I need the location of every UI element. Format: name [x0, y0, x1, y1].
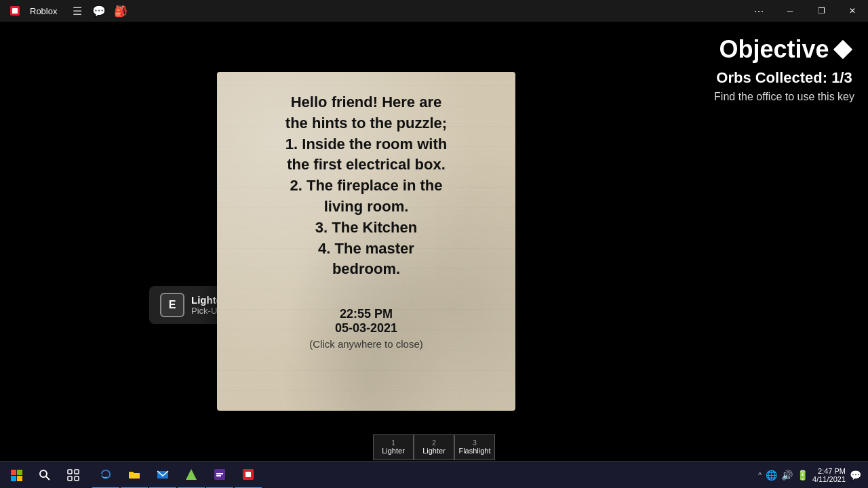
taskbar-explorer-icon[interactable]: [121, 462, 148, 489]
diamond-icon: [833, 40, 852, 59]
svg-rect-16: [216, 473, 223, 474]
maximize-button[interactable]: ❐: [806, 0, 837, 22]
inventory-bar: 1 Lighter 2 Lighter 3 Flashlight: [0, 434, 868, 461]
svg-rect-9: [75, 470, 79, 474]
volume-icon: 🔊: [781, 470, 793, 481]
svg-rect-5: [17, 476, 22, 481]
objective-panel: Objective Orbs Collected: 1/3 Find the o…: [714, 35, 854, 103]
titlebar-left: Roblox ☰ 💬 🎒: [0, 1, 130, 20]
chat-icon[interactable]: 💬: [90, 1, 108, 20]
svg-rect-11: [75, 476, 79, 481]
battery-icon: 🔋: [797, 470, 808, 481]
objective-hint: Find the office to use this key: [714, 91, 854, 103]
task-view-button[interactable]: [60, 462, 87, 489]
note-paper[interactable]: Hello friend! Here arethe hints to the p…: [217, 72, 515, 411]
svg-rect-2: [11, 470, 16, 475]
svg-marker-14: [186, 469, 197, 480]
slot-number-3: 3: [473, 440, 477, 447]
minimize-button[interactable]: ─: [774, 0, 806, 22]
svg-rect-17: [216, 475, 221, 476]
titlebar-controls: ··· ─ ❐ ✕: [743, 0, 868, 22]
slot-label-3: Flashlight: [458, 447, 490, 455]
taskbar-mail-icon[interactable]: [149, 462, 176, 489]
slot-number-1: 1: [391, 440, 395, 447]
taskbar-edge-icon[interactable]: [92, 462, 119, 489]
more-options-button[interactable]: ···: [743, 0, 774, 22]
roblox-logo-icon: [5, 1, 24, 20]
svg-rect-1: [12, 8, 18, 14]
windows-taskbar: ^ 🌐 🔊 🔋 2:47 PM 4/11/2021 💬: [0, 461, 868, 488]
clock-time: 2:47 PM: [812, 467, 846, 475]
svg-point-6: [40, 470, 47, 477]
objective-title: Objective: [714, 35, 854, 64]
inventory-slot-3[interactable]: 3 Flashlight: [454, 434, 495, 460]
taskbar-app4-icon[interactable]: [178, 462, 205, 489]
svg-rect-19: [245, 472, 251, 477]
note-date: 05-03-2021: [236, 321, 496, 336]
inventory-slot-2[interactable]: 2 Lighter: [414, 434, 454, 460]
note-body: Hello friend! Here arethe hints to the p…: [236, 92, 496, 280]
svg-rect-10: [68, 476, 72, 481]
orbs-collected: Orbs Collected: 1/3: [714, 69, 854, 87]
pickup-key: E: [160, 293, 184, 317]
taskbar-left: [0, 462, 262, 489]
game-area: Objective Orbs Collected: 1/3 Find the o…: [0, 22, 868, 461]
bag-icon[interactable]: 🎒: [111, 1, 130, 20]
svg-rect-4: [11, 476, 16, 481]
titlebar: Roblox ☰ 💬 🎒 ··· ─ ❐ ✕: [0, 0, 868, 22]
note-timestamp: 22:55 PM: [236, 307, 496, 321]
clock-date: 4/11/2021: [812, 475, 846, 483]
taskbar-apps: [92, 462, 262, 489]
window-title: Roblox: [30, 6, 57, 16]
svg-line-7: [46, 476, 50, 480]
taskbar-app5-icon[interactable]: [206, 462, 233, 489]
slot-label-1: Lighter: [382, 447, 405, 455]
taskbar-right: ^ 🌐 🔊 🔋 2:47 PM 4/11/2021 💬: [758, 467, 868, 483]
svg-rect-12: [129, 473, 140, 479]
system-clock[interactable]: 2:47 PM 4/11/2021: [812, 467, 846, 483]
inventory-slot-1[interactable]: 1 Lighter: [373, 434, 414, 460]
note-close-hint: (Click anywhere to close): [236, 338, 496, 350]
start-button[interactable]: [3, 462, 30, 489]
taskbar-roblox-icon[interactable]: [235, 462, 262, 489]
svg-rect-3: [17, 470, 22, 475]
network-icon: 🌐: [766, 470, 777, 481]
menu-icon[interactable]: ☰: [68, 1, 87, 20]
svg-rect-8: [68, 470, 72, 474]
close-button[interactable]: ✕: [837, 0, 868, 22]
slot-number-2: 2: [432, 440, 436, 447]
slot-label-2: Lighter: [422, 447, 446, 455]
search-button[interactable]: [31, 462, 58, 489]
notification-icon[interactable]: 💬: [850, 470, 861, 481]
note-content: Hello friend! Here arethe hints to the p…: [236, 92, 496, 350]
tray-arrow[interactable]: ^: [758, 471, 762, 479]
